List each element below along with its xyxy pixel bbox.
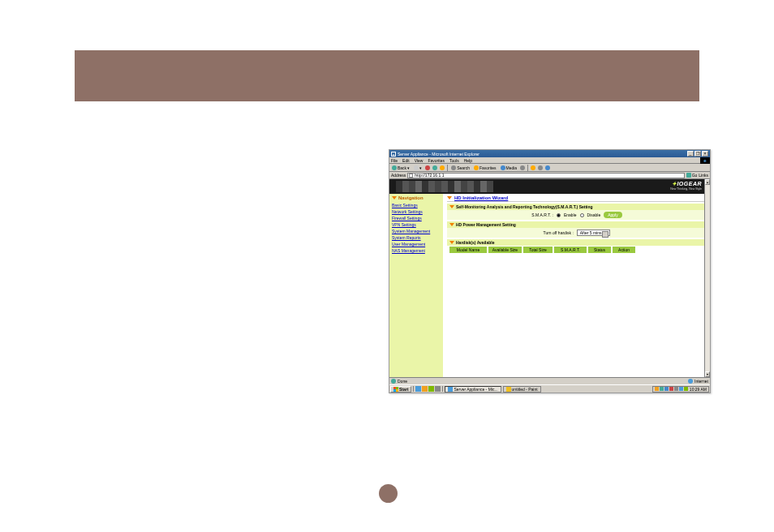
ie-icon (448, 387, 453, 392)
nav-user-management[interactable]: User Management (392, 241, 441, 247)
start-button[interactable]: Start (390, 386, 411, 393)
favorites-label: Favorites (479, 165, 497, 170)
minimize-button[interactable]: _ (687, 151, 694, 157)
taskbar-clock[interactable]: 10:29 AM (690, 387, 707, 392)
search-label: Search (457, 165, 470, 170)
nav-system-management[interactable]: System Management (392, 228, 441, 234)
menu-file[interactable]: File (391, 158, 398, 163)
menu-help[interactable]: Help (464, 158, 472, 163)
nav-network-settings[interactable]: Network Settings (392, 208, 441, 215)
zone-label: Internet (694, 379, 708, 384)
menu-view[interactable]: View (415, 158, 424, 163)
back-button[interactable]: Back ▾ (391, 165, 411, 170)
power-section: HD Power Management Setting Turn off har… (447, 221, 707, 238)
history-button[interactable] (520, 165, 525, 170)
tray-icon[interactable] (674, 387, 678, 391)
forward-button[interactable]: ▾ (413, 165, 423, 170)
chevron-down-icon (392, 196, 397, 200)
col-total-size: Total Size (523, 247, 553, 253)
content-pane: HD Initialization Wizard Self-Monitoring… (444, 194, 710, 377)
internet-zone-icon (688, 379, 693, 384)
nav-vpn-settings[interactable]: VPN Settings (392, 221, 441, 228)
task-browser-label: Server Appliance - Mic... (454, 387, 497, 392)
search-icon (451, 165, 456, 170)
smart-label: S.M.A.R.T. : (531, 212, 553, 217)
tray-icon[interactable] (655, 387, 659, 391)
stop-button[interactable] (425, 165, 430, 170)
task-paint-label: untitled - Paint (512, 387, 538, 392)
smart-heading-label: Self-Monitoring Analysis and Reporting T… (456, 204, 593, 209)
col-model-name: Model Name (449, 247, 487, 253)
smart-disable-radio[interactable] (580, 213, 584, 217)
page-title-row: HD Initialization Wizard (447, 195, 707, 202)
menu-favorites[interactable]: Favorites (428, 158, 445, 163)
nav-basic-settings[interactable]: Basic Settings (392, 202, 441, 208)
quick-launch (413, 386, 443, 392)
media-icon (501, 165, 505, 170)
vertical-scrollbar[interactable]: ▴ ▾ (704, 179, 710, 377)
media-button[interactable]: Media (500, 165, 518, 170)
ql-app-icon[interactable] (435, 386, 441, 392)
menu-tools[interactable]: Tools (449, 158, 459, 163)
links-label[interactable]: Links (699, 173, 708, 178)
tray-icon[interactable] (664, 387, 669, 391)
tray-icon[interactable] (684, 387, 688, 391)
smart-section-body: S.M.A.R.T. : Enable Disable Apply (447, 210, 707, 220)
print-button[interactable] (538, 165, 543, 170)
refresh-button[interactable] (432, 165, 437, 170)
toolbar: Back ▾ ▾ Search Favorites Media (389, 164, 710, 172)
col-smart: S.M.A.R.T. (554, 247, 587, 253)
addressbar: Address http://172.16.1.1 Go Links (389, 172, 710, 179)
media-label: Media (506, 165, 518, 170)
ql-desktop-icon[interactable] (428, 386, 434, 392)
brand-main: OGEAR (679, 181, 702, 187)
power-label: Turn off hardisk : (544, 230, 574, 235)
scroll-down-button[interactable]: ▾ (705, 371, 710, 377)
home-button[interactable] (440, 165, 445, 170)
mail-button[interactable] (531, 165, 535, 170)
tray-icon[interactable] (679, 387, 683, 391)
search-button[interactable]: Search (450, 165, 471, 170)
document-header-bar (75, 50, 699, 101)
system-tray: 10:29 AM (652, 386, 709, 393)
page-content: ✦IOGEAR New Thinking, New Style Navigati… (389, 179, 710, 377)
hardisk-table-header: Model Name Available Size Total Size S.M… (447, 246, 707, 254)
ie-icon: e (391, 152, 396, 157)
smart-section: Self-Monitoring Analysis and Reporting T… (447, 204, 707, 220)
address-input[interactable]: http://172.16.1.1 (407, 173, 684, 178)
page-title[interactable]: HD Initialization Wizard (454, 195, 508, 200)
edit-button[interactable] (545, 165, 550, 170)
menu-edit[interactable]: Edit (402, 158, 410, 163)
maximize-button[interactable]: ❐ (694, 151, 701, 157)
done-icon (391, 379, 396, 384)
col-action: Action (613, 247, 635, 253)
smart-enable-radio[interactable] (557, 213, 561, 217)
go-arrow-icon (686, 173, 691, 178)
go-button[interactable]: Go (686, 173, 698, 178)
power-select[interactable]: After 5 mins (577, 230, 611, 236)
power-select-value: After 5 mins (580, 230, 602, 235)
ql-outlook-icon[interactable] (422, 386, 428, 392)
available-section-heading: Hardisk(s) Available (447, 239, 707, 246)
task-browser[interactable]: Server Appliance - Mic... (445, 386, 501, 393)
favorites-icon (474, 165, 479, 170)
task-paint[interactable]: untitled - Paint (503, 386, 541, 393)
smart-apply-button[interactable]: Apply (604, 212, 622, 218)
tray-icon[interactable] (660, 387, 664, 391)
tray-icon[interactable] (669, 387, 673, 391)
close-button[interactable]: × (702, 151, 708, 157)
scroll-up-button[interactable]: ▴ (705, 179, 710, 185)
nav-system-reports[interactable]: System Reports (392, 234, 441, 241)
status-text: Done (398, 379, 407, 384)
smart-section-heading: Self-Monitoring Analysis and Reporting T… (447, 204, 707, 210)
nav-firewall-settings[interactable]: Firewall Settings (392, 215, 441, 221)
page-icon (409, 174, 413, 178)
nav-nas-management[interactable]: NAS Management (392, 247, 441, 254)
page-banner: ✦IOGEAR New Thinking, New Style (389, 179, 710, 194)
statusbar: Done Internet (389, 377, 710, 384)
scroll-track[interactable] (705, 185, 710, 371)
favorites-button[interactable]: Favorites (473, 165, 497, 170)
sidebar-nav: Navigation Basic Settings Network Settin… (389, 194, 444, 377)
ql-ie-icon[interactable] (415, 386, 421, 392)
forward-icon (414, 165, 419, 170)
